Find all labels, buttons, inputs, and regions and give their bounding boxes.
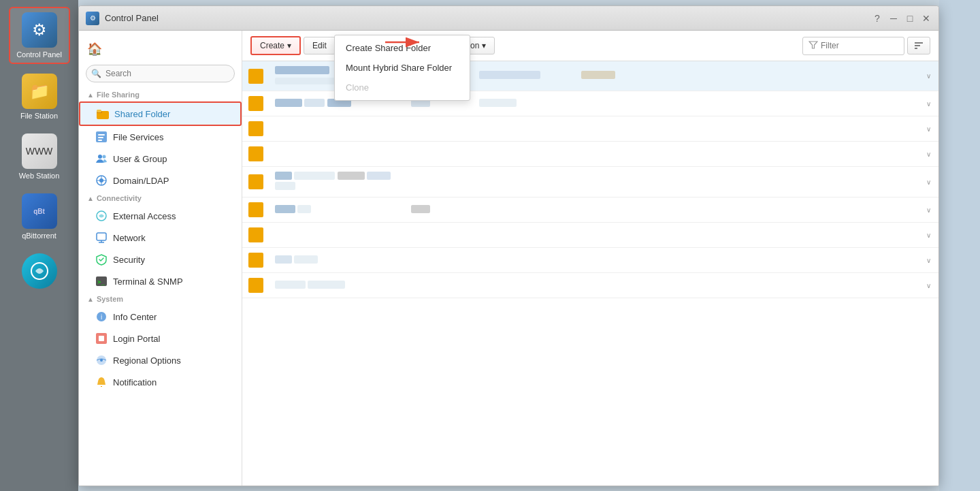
table-row[interactable]: ∨ bbox=[242, 223, 938, 248]
table-row[interactable]: ∨ bbox=[242, 273, 938, 298]
row-col6 bbox=[725, 205, 794, 215]
row-col6 bbox=[725, 99, 794, 108]
row-status bbox=[406, 177, 474, 187]
table-row[interactable]: ∨ bbox=[242, 197, 938, 223]
section-file-sharing-label: File Sharing bbox=[97, 91, 140, 99]
sidebar-item-file-services[interactable]: File Services bbox=[79, 126, 242, 148]
section-connectivity-label: Connectivity bbox=[97, 194, 142, 202]
row-folder-icon bbox=[242, 197, 270, 222]
row-status bbox=[406, 124, 474, 133]
row-col5 bbox=[657, 72, 725, 81]
sidebar-item-info-center-label: Info Center bbox=[113, 312, 157, 322]
desktop-icon-web-station[interactable]: WWW Web Station bbox=[9, 129, 70, 184]
notification-icon bbox=[95, 376, 108, 388]
sidebar-item-info-center[interactable]: i Info Center bbox=[79, 306, 242, 328]
file-station-label: File Station bbox=[20, 112, 58, 120]
row-col4 bbox=[576, 149, 657, 159]
row-expand[interactable]: ∨ bbox=[918, 174, 938, 191]
close-button[interactable]: ✕ bbox=[921, 13, 932, 24]
section-file-sharing[interactable]: ▲ File Sharing bbox=[79, 88, 242, 101]
row-col6 bbox=[725, 281, 794, 290]
minimize-button[interactable]: ─ bbox=[888, 13, 899, 24]
row-name bbox=[270, 149, 406, 159]
row-col4 bbox=[576, 281, 657, 290]
row-desc bbox=[474, 124, 576, 133]
row-expand[interactable]: ∨ bbox=[918, 121, 938, 138]
row-desc bbox=[474, 255, 576, 265]
desktop-right-edge bbox=[939, 0, 980, 491]
section-system[interactable]: ▲ System bbox=[79, 292, 242, 306]
help-button[interactable]: ? bbox=[872, 13, 883, 24]
control-panel-window: ⚙ Control Panel ? ─ □ ✕ 🏠 🔍 ▲ File Shari bbox=[78, 5, 939, 486]
sidebar-item-security[interactable]: Security bbox=[79, 249, 242, 270]
sidebar-item-notification-label: Notification bbox=[113, 377, 157, 387]
sidebar-item-network-label: Network bbox=[113, 233, 146, 243]
row-status bbox=[406, 149, 474, 159]
table-row[interactable]: ∨ bbox=[242, 167, 938, 197]
search-input[interactable] bbox=[86, 65, 235, 82]
sidebar-item-shared-folder[interactable]: Shared Folder bbox=[79, 101, 242, 126]
row-col5 bbox=[657, 177, 725, 187]
row-name bbox=[270, 200, 406, 220]
sidebar-item-notification[interactable]: Notification bbox=[79, 371, 242, 393]
sidebar: 🏠 🔍 ▲ File Sharing Shared Folder bbox=[79, 31, 242, 486]
action-dropdown-icon: ▾ bbox=[482, 41, 486, 50]
row-expand[interactable]: ∨ bbox=[918, 227, 938, 244]
qbittorrent-label: qBittorrent bbox=[22, 232, 56, 240]
row-expand[interactable]: ∨ bbox=[918, 146, 938, 163]
chevron-down-icon-2: ▲ bbox=[87, 195, 94, 202]
row-col7 bbox=[794, 255, 918, 265]
row-name bbox=[270, 251, 406, 270]
table-row[interactable]: ∨ bbox=[242, 248, 938, 273]
row-name bbox=[270, 230, 406, 240]
row-folder-icon bbox=[242, 116, 270, 141]
row-expand[interactable]: ∨ bbox=[918, 277, 938, 294]
table-row[interactable]: ∨ bbox=[242, 142, 938, 167]
row-expand[interactable]: ∨ bbox=[918, 202, 938, 219]
desktop-icon-file-station[interactable]: 📁 File Station bbox=[9, 69, 70, 124]
row-status bbox=[406, 230, 474, 240]
row-col4 bbox=[576, 205, 657, 215]
chevron-down-icon-3: ▲ bbox=[87, 296, 94, 303]
maximize-button[interactable]: □ bbox=[904, 13, 915, 24]
row-folder-icon bbox=[242, 223, 270, 247]
edit-button[interactable]: Edit bbox=[304, 37, 336, 54]
sidebar-home-button[interactable]: 🏠 bbox=[79, 36, 242, 62]
sidebar-item-user-group[interactable]: User & Group bbox=[79, 148, 242, 170]
sidebar-item-network[interactable]: Network bbox=[79, 227, 242, 249]
row-folder-icon bbox=[242, 64, 270, 89]
user-group-icon bbox=[95, 153, 108, 165]
row-col6 bbox=[725, 124, 794, 133]
svg-rect-7 bbox=[98, 140, 102, 141]
window-titlebar: ⚙ Control Panel ? ─ □ ✕ bbox=[79, 6, 938, 31]
row-expand[interactable]: ∨ bbox=[918, 67, 938, 84]
row-col5 bbox=[657, 205, 725, 215]
sidebar-item-shared-folder-label: Shared Folder bbox=[114, 109, 170, 119]
terminal-icon: >_ bbox=[95, 275, 108, 287]
desktop-icon-app5[interactable] bbox=[9, 249, 70, 296]
create-button[interactable]: Create ▾ bbox=[250, 36, 301, 55]
sort-button[interactable] bbox=[907, 37, 930, 54]
sidebar-item-login-portal[interactable]: Login Portal bbox=[79, 328, 242, 349]
row-expand[interactable]: ∨ bbox=[918, 252, 938, 269]
row-col7 bbox=[794, 205, 918, 215]
network-icon bbox=[95, 232, 108, 244]
section-connectivity[interactable]: ▲ Connectivity bbox=[79, 191, 242, 205]
svg-text:i: i bbox=[101, 313, 102, 321]
row-col7 bbox=[794, 230, 918, 240]
sidebar-item-regional-options[interactable]: Regional Options bbox=[79, 349, 242, 371]
dropdown-item-create-shared-folder[interactable]: Create Shared Folder bbox=[335, 38, 470, 58]
sidebar-item-external-access[interactable]: External Access bbox=[79, 205, 242, 227]
table-row[interactable]: ∨ bbox=[242, 116, 938, 142]
row-col7 bbox=[794, 72, 918, 81]
svg-rect-3 bbox=[97, 110, 101, 112]
svg-marker-27 bbox=[809, 42, 817, 48]
desktop-icon-qbittorrent[interactable]: qBt qBittorrent bbox=[9, 189, 70, 244]
control-panel-label: Control Panel bbox=[16, 50, 62, 59]
desktop-icon-control-panel[interactable]: ⚙ Control Panel bbox=[9, 7, 70, 64]
filter-input[interactable] bbox=[821, 41, 889, 50]
sidebar-item-domain-ldap[interactable]: Domain/LDAP bbox=[79, 170, 242, 191]
row-expand[interactable]: ∨ bbox=[918, 95, 938, 112]
dropdown-item-mount-hybrid[interactable]: Mount Hybrid Share Folder bbox=[335, 58, 470, 78]
sidebar-item-terminal-snmp[interactable]: >_ Terminal & SNMP bbox=[79, 270, 242, 292]
